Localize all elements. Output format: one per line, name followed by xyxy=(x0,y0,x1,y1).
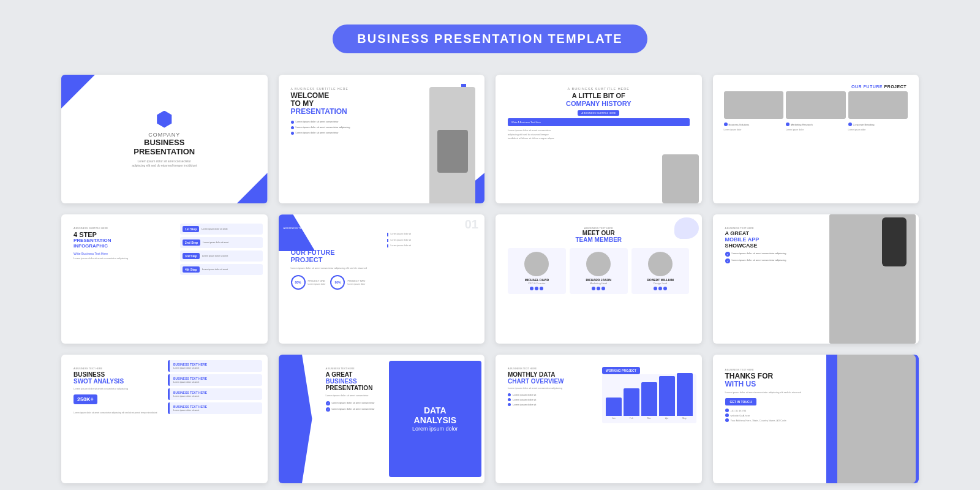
s11-items: Lorem ipsum dolor sit Lorem ipsum dolor … xyxy=(508,393,594,406)
s2-bullets: Lorem ipsum dolor sit amet consectetur L… xyxy=(291,120,386,135)
s9-left: A BUSINESS TEXT HERE BUSINESSSWOT ANALYS… xyxy=(69,362,164,409)
s8-title: A GREATMOBILE APPSHOWCASE xyxy=(725,231,821,249)
slide-10: A BUSINESS TEXT HERE A GREATBUSINESSPRES… xyxy=(279,355,485,483)
s12-left: A BUSINESS TEXT HERE THANKS FORWITH US L… xyxy=(720,362,826,429)
s7-member-3: ROBERT WILLIAM Design Lead xyxy=(631,248,690,294)
slide-6: 01 A BUSINESS TEXT HERE OUR FUTUREPROJEC… xyxy=(279,214,485,343)
s3-person xyxy=(662,154,699,203)
s12-title: THANKS FORWITH US xyxy=(725,372,821,388)
s11-desc: Lorem ipsum dolor sit amet consectetur a… xyxy=(508,386,594,390)
s6-sub: A BUSINESS TEXT HERE xyxy=(284,227,312,230)
s11-chart: Jan Feb Mar Apr May xyxy=(602,374,696,423)
s5-left: A BUSINESS SUBTITLE HERE 4 STEPPRESENTAT… xyxy=(69,222,174,265)
s5-write: Write Business Text Here xyxy=(74,252,169,255)
s8-checks: ✓Lorem ipsum dolor sit amet consectetur … xyxy=(725,252,821,263)
slide-4: OUR FUTURE PROJECT Business Solutions Ma… xyxy=(713,75,919,203)
s12-sub: A BUSINESS TEXT HERE xyxy=(725,368,821,371)
s11-left: A BUSINESS TEXT HERE MONTHLY DATACHART O… xyxy=(503,362,598,413)
s7-member-1: MICHAEL DAVID CEO & Founder xyxy=(508,248,566,294)
s6-pct2: 90% xyxy=(330,275,345,290)
s6-title: OUR FUTUREPROJECT xyxy=(291,249,473,263)
page-title-wrap: BUSINESS PRESENTATION TEMPLATE xyxy=(333,24,647,53)
s5-steps: 1st StepLorem ipsum dolor sit amet 2nd S… xyxy=(180,224,263,275)
s9-stat: 250K+ xyxy=(74,394,97,404)
s7-role-2: Marketing Head xyxy=(590,282,607,285)
s12-person xyxy=(837,355,916,483)
slide-5: A BUSINESS SUBTITLE HERE 4 STEPPRESENTAT… xyxy=(61,214,268,343)
logo-hex xyxy=(156,111,173,128)
s10-data-box: DATAANALYSISLorem ipsum dolor xyxy=(389,361,481,477)
s5-desc: Lorem ipsum dolor sit amet consectetur a… xyxy=(74,257,169,260)
s7-avatar-3 xyxy=(648,252,673,276)
s3-title: A LITTLE BIT OFCOMPANY HISTORY xyxy=(503,92,695,108)
slide-8: A BUSINESS TEXT HERE A GREATMOBILE APPSH… xyxy=(713,214,919,343)
s5-title: 4 STEPPRESENTATIONINFOGRAPHIC xyxy=(74,231,169,249)
s4-photo-2 xyxy=(786,91,846,119)
s5-sub: A BUSINESS SUBTITLE HERE xyxy=(74,227,169,230)
s3-textbox: Write A Business Text Here xyxy=(508,118,690,126)
page-title: BUSINESS PRESENTATION TEMPLATE xyxy=(357,32,622,45)
s7-role-3: Design Lead xyxy=(654,282,667,285)
slides-grid: COMPANY BUSINESSPRESENTATION Lorem ipsum… xyxy=(61,75,919,483)
s9-title: BUSINESSSWOT ANALYSIS xyxy=(74,371,159,385)
s2-content: A BUSINESS SUBTITLE HERE WELCOMETO MYPRE… xyxy=(286,82,391,141)
s7-members: MICHAEL DAVID CEO & Founder RICHARD JASO… xyxy=(503,246,695,296)
s7-blob xyxy=(674,217,699,239)
s4-photos xyxy=(720,89,912,121)
s7-avatar-2 xyxy=(586,252,611,276)
s7-title: MEET OURTEAM MEMBER xyxy=(505,230,692,243)
s3-content: Write A Business Text Here Lorem ipsum d… xyxy=(503,118,695,145)
s1-company: COMPANY xyxy=(148,132,180,138)
s1-main-title: BUSINESSPRESENTATION xyxy=(134,138,195,157)
s11-right: WORKING PROJECT Jan Feb Mar Apr May xyxy=(600,361,699,426)
s7-role-1: CEO & Founder xyxy=(528,282,545,285)
s6-pname2: PROJECT TWOLorem ipsum dolor xyxy=(347,279,365,285)
s9-sub: A BUSINESS TEXT HERE xyxy=(74,367,159,370)
s4-labels: Business Solutions Marketing Research Co… xyxy=(720,121,912,127)
s6-right: Lorem ipsum dolor sit Lorem ipsum dolor … xyxy=(387,233,480,250)
slide-7: A BUSINESS TEXT HERE MEET OURTEAM MEMBER… xyxy=(496,214,702,343)
s3-lines: Lorem ipsum dolor sit amet consecteturad… xyxy=(508,129,690,140)
s8-right-bg xyxy=(829,214,916,343)
slide-12: A BUSINESS TEXT HERE THANKS FORWITH US L… xyxy=(713,355,919,483)
s6-pname1: PROJECT ONELorem ipsum dolor xyxy=(308,279,326,285)
s12-desc: Lorem ipsum dolor sit amet consectetur a… xyxy=(725,391,821,394)
s8-sub: A BUSINESS TEXT HERE xyxy=(725,227,821,230)
s6-pct1: 80% xyxy=(291,275,306,290)
s6-desc: Lorem ipsum dolor sit amet consectetur a… xyxy=(291,266,382,270)
s4-photo-1 xyxy=(724,91,784,119)
s10-data-title: DATAANALYSISLorem ipsum dolor xyxy=(412,405,458,432)
slide-1: COMPANY BUSINESSPRESENTATION Lorem ipsum… xyxy=(61,75,268,203)
s7-header: A BUSINESS TEXT HERE MEET OURTEAM MEMBER xyxy=(503,222,695,246)
s4-photo-3 xyxy=(848,91,908,119)
s12-contacts: +01 35 46 783 website.GoA.here Your Addr… xyxy=(725,409,821,422)
s11-sub: A BUSINESS TEXT HERE xyxy=(508,367,594,370)
s8-left: A BUSINESS TEXT HERE A GREATMOBILE APPSH… xyxy=(720,222,826,270)
s2-title: WELCOMETO MYPRESENTATION xyxy=(291,92,386,116)
s4-title: OUR FUTURE PROJECT xyxy=(720,82,912,89)
slide-11: A BUSINESS TEXT HERE MONTHLY DATACHART O… xyxy=(496,355,702,483)
s8-phone xyxy=(882,217,907,266)
s7-avatar-1 xyxy=(524,252,549,276)
s3-badge: A BUSINESS SUBTITLE HERE xyxy=(578,110,619,116)
slide-9: A BUSINESS TEXT HERE BUSINESSSWOT ANALYS… xyxy=(61,355,268,483)
s3-subtitle: A BUSINESS SUBTITLE HERE xyxy=(503,87,695,91)
s1-desc: Lorem ipsum dolor sit amet consectetur a… xyxy=(130,159,198,168)
s4-descs: Lorem ipsum dolor Lorem ipsum dolor Lore… xyxy=(720,127,912,133)
s2-subtitle: A BUSINESS SUBTITLE HERE xyxy=(291,87,386,91)
s2-person xyxy=(429,87,475,203)
s2-silhouette xyxy=(437,130,468,173)
s7-member-2: RICHARD JASON Marketing Head xyxy=(570,248,628,294)
blue-triangle-tl xyxy=(61,75,95,108)
s11-title: MONTHLY DATACHART OVERVIEW xyxy=(508,371,594,385)
s11-working: WORKING PROJECT xyxy=(602,367,640,374)
blue-triangle-br xyxy=(237,173,268,203)
s12-btn: GET IN TOUCH xyxy=(725,398,757,405)
s6-num: 01 xyxy=(465,217,478,232)
s9-right: BUSINESS TEXT HERELorem ipsum dolor sit … xyxy=(165,358,265,417)
s9-desc: Lorem ipsum dolor sit amet consectetur a… xyxy=(74,387,159,391)
s6-projects: 80% PROJECT ONELorem ipsum dolor 90% PRO… xyxy=(291,275,473,290)
slide-3: A BUSINESS SUBTITLE HERE A LITTLE BIT OF… xyxy=(496,75,702,203)
slide-2: A BUSINESS SUBTITLE HERE WELCOMETO MYPRE… xyxy=(279,75,485,203)
